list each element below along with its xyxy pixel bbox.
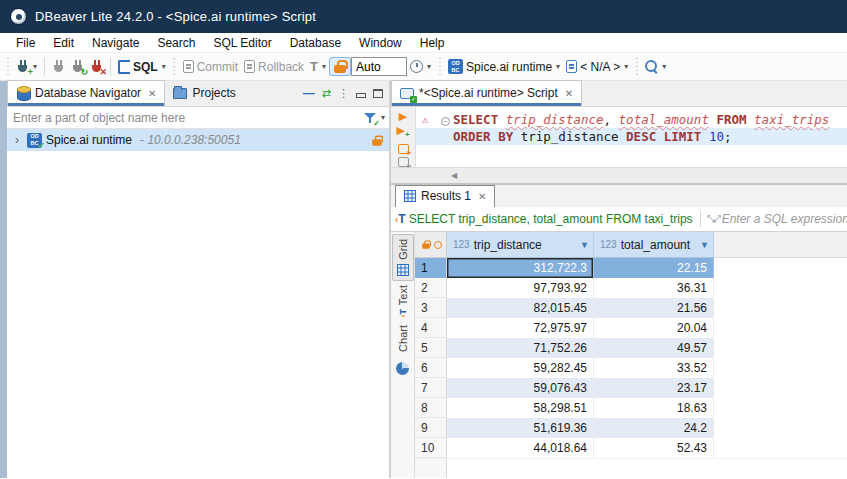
column-header-total-amount[interactable]: 123 total_amount ▼: [594, 232, 714, 258]
table-row[interactable]: 1 312,722.3 22.15: [415, 258, 847, 278]
search-button[interactable]: ▾: [642, 58, 669, 75]
chart-pie-icon[interactable]: [396, 362, 409, 375]
close-icon[interactable]: ✕: [478, 191, 486, 202]
navigator-panel: Database Navigator ✕ Projects — ⇄ ⋮ ✓ ▾ …: [7, 81, 389, 478]
execute-statement-button[interactable]: ▶: [399, 110, 407, 123]
menu-help[interactable]: Help: [412, 34, 453, 52]
cell-total-amount[interactable]: 18.63: [594, 398, 714, 418]
cell-trip-distance[interactable]: 51,619.36: [447, 418, 594, 438]
tab-projects[interactable]: Projects: [165, 80, 243, 106]
cell-total-amount[interactable]: 22.15: [594, 258, 714, 278]
cell-trip-distance[interactable]: 82,015.45: [447, 298, 594, 318]
caret-icon: ▾: [322, 62, 326, 71]
rollback-button[interactable]: Rollback: [241, 58, 307, 76]
cell-trip-distance[interactable]: 312,722.3: [447, 258, 594, 278]
tree-item-connection[interactable]: › OD BC ✓ Spice.ai runtime - 10.0.0.238:…: [7, 129, 389, 151]
explain-plan-button[interactable]: [398, 157, 409, 167]
cell-trip-distance[interactable]: 72,975.97: [447, 318, 594, 338]
caret-icon: ▾: [162, 62, 166, 71]
editor-hscrollbar[interactable]: ◀: [391, 167, 847, 183]
table-row[interactable]: 7 59,076.43 23.17: [415, 378, 847, 398]
menu-window[interactable]: Window: [351, 34, 410, 52]
table-row[interactable]: 8 58,298.51 18.63: [415, 398, 847, 418]
table-row[interactable]: 2 97,793.92 36.31: [415, 278, 847, 298]
caret-icon: ▾: [624, 62, 628, 71]
table-row[interactable]: 10 44,018.64 52.43: [415, 438, 847, 458]
cell-total-amount[interactable]: 33.52: [594, 358, 714, 378]
editor-content[interactable]: ⚠ − SELECT trip_distance, total_amount F…: [416, 107, 847, 167]
table-row[interactable]: 9 51,619.36 24.2: [415, 418, 847, 438]
menu-search[interactable]: Search: [149, 34, 203, 52]
table-row[interactable]: 5 71,752.26 49.57: [415, 338, 847, 358]
table-row[interactable]: 4 72,975.97 20.04: [415, 318, 847, 338]
main-area: Database Navigator ✕ Projects — ⇄ ⋮ ✓ ▾ …: [0, 81, 847, 478]
table-row[interactable]: 6 59,282.45 33.52: [415, 358, 847, 378]
tab-database-navigator[interactable]: Database Navigator ✕: [7, 80, 165, 106]
new-connection-button[interactable]: + ▾: [13, 58, 40, 76]
cell-trip-distance[interactable]: 59,076.43: [447, 378, 594, 398]
disconnect-button[interactable]: ✕: [87, 58, 106, 76]
caret-icon[interactable]: ▾: [381, 113, 385, 122]
connection-selector[interactable]: OD BC Spice.ai runtime ▾: [445, 57, 563, 76]
maximize-view-icon[interactable]: [373, 89, 383, 98]
menu-edit[interactable]: Edit: [45, 34, 82, 52]
commit-mode-input[interactable]: [351, 57, 407, 76]
cell-total-amount[interactable]: 21.56: [594, 298, 714, 318]
minimize-view-icon[interactable]: [356, 93, 366, 98]
menu-database[interactable]: Database: [282, 34, 349, 52]
cell-total-amount[interactable]: 23.17: [594, 378, 714, 398]
expander-icon[interactable]: ›: [11, 133, 23, 147]
sort-icon[interactable]: ▼: [580, 240, 589, 250]
cell-trip-distance[interactable]: 44,018.64: [447, 438, 594, 458]
view-menu-icon[interactable]: ⋮: [338, 87, 349, 100]
expand-icon[interactable]: ⤡⤢: [707, 213, 719, 225]
toolbar-grip: [437, 58, 442, 76]
link-editor-icon[interactable]: ⇄: [322, 87, 331, 100]
table-row[interactable]: 3 82,015.45 21.56: [415, 298, 847, 318]
cell-total-amount[interactable]: 49.57: [594, 338, 714, 358]
tab-sql-script[interactable]: *<Spice.ai runtime> Script ✕: [391, 80, 582, 106]
cell-total-amount[interactable]: 24.2: [594, 418, 714, 438]
sql-file-icon: [400, 88, 414, 99]
tab-text[interactable]: Text ‹T: [397, 281, 409, 322]
schema-selector[interactable]: < N/A > ▾: [563, 58, 631, 76]
tab-results-1[interactable]: Results 1 ✕: [395, 185, 495, 207]
cell-trip-distance[interactable]: 97,793.92: [447, 278, 594, 298]
code-line-2: ORDER BY trip_distance DESC LIMIT 10;: [416, 128, 847, 145]
cell-trip-distance[interactable]: 59,282.45: [447, 358, 594, 378]
cell-total-amount[interactable]: 36.31: [594, 278, 714, 298]
sort-icon[interactable]: ▼: [700, 240, 709, 250]
cell-total-amount[interactable]: 20.04: [594, 318, 714, 338]
fold-marker[interactable]: −: [438, 112, 453, 127]
commit-button[interactable]: Commit: [180, 58, 241, 76]
dbeaver-logo-icon: [10, 8, 27, 25]
filter-funnel-icon[interactable]: ✓: [364, 112, 376, 124]
tab-chart[interactable]: Chart: [397, 321, 409, 356]
transaction-log-button[interactable]: T ▾: [307, 57, 329, 76]
odbc-icon: OD BC: [448, 59, 463, 74]
grid-corner-cell[interactable]: [415, 232, 447, 258]
cell-total-amount[interactable]: 52.43: [594, 438, 714, 458]
toolbar-grip: [172, 58, 177, 76]
object-filter-input[interactable]: [13, 111, 360, 125]
menu-sql-editor[interactable]: SQL Editor: [205, 34, 279, 52]
execute-new-tab-button[interactable]: ▶+: [396, 124, 409, 141]
close-icon[interactable]: ✕: [565, 88, 573, 99]
collapse-all-icon[interactable]: —: [303, 86, 315, 100]
reconnect-button[interactable]: ↻: [68, 58, 87, 76]
scroll-left-icon[interactable]: ◀: [451, 171, 457, 180]
autocommit-toggle[interactable]: [329, 57, 351, 76]
menu-navigate[interactable]: Navigate: [84, 34, 147, 52]
window-edge-strip: [0, 81, 7, 478]
close-icon[interactable]: ✕: [148, 88, 156, 99]
cell-trip-distance[interactable]: 58,298.51: [447, 398, 594, 418]
menu-file[interactable]: File: [8, 34, 43, 52]
execute-script-button[interactable]: [398, 144, 409, 154]
sql-editor-button[interactable]: SQL ▾: [115, 58, 169, 76]
sql-expression-input[interactable]: Enter a SQL expression to: [722, 212, 847, 226]
tab-grid[interactable]: Grid: [392, 234, 414, 281]
column-header-trip-distance[interactable]: 123 trip_distance ▼: [447, 232, 594, 258]
connect-button[interactable]: [49, 58, 68, 76]
cell-trip-distance[interactable]: 71,752.26: [447, 338, 594, 358]
transaction-history-button[interactable]: ▾: [407, 58, 434, 75]
